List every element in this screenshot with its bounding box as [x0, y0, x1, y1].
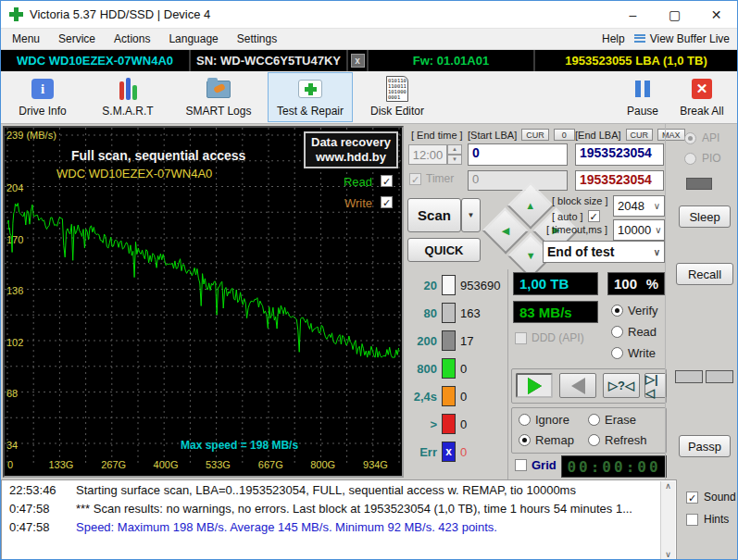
erase-label: Erase	[605, 413, 636, 427]
passp-button[interactable]: Passp	[679, 435, 731, 457]
end-time-spinner[interactable]: 12:00 ▲▼	[408, 144, 462, 165]
menu-item-help[interactable]: Help	[593, 30, 634, 48]
remap-radio[interactable]	[519, 434, 531, 446]
stat-color-block	[442, 330, 456, 351]
hints-checkbox[interactable]	[686, 514, 698, 526]
disk-editor-button[interactable]: 010110 110011 101000 0001 Disk Editor	[360, 72, 434, 122]
scroll-down-icon[interactable]: ∨	[665, 550, 671, 559]
serial-close-button[interactable]: x	[351, 54, 365, 68]
serial-close-wrap: x	[348, 50, 369, 71]
log-time: 0:47:58	[2, 520, 76, 534]
smart-logs-button[interactable]: SMART Logs	[179, 72, 258, 122]
write-checkbox[interactable]: ✓	[381, 196, 393, 208]
drive-info-button[interactable]: i Drive Info	[6, 72, 79, 122]
smart-icon	[119, 78, 137, 100]
ignore-radio[interactable]	[519, 414, 531, 426]
start-lba-input[interactable]: 0	[468, 143, 568, 166]
menu-item-language[interactable]: Language	[159, 30, 227, 48]
verify-label: Verify	[628, 304, 658, 317]
minimize-button[interactable]: –	[612, 1, 654, 29]
mini-button-left[interactable]	[675, 370, 703, 383]
pause-button[interactable]: Pause	[613, 72, 672, 122]
skip-to-defect-button[interactable]: ▷?◁	[603, 373, 640, 398]
back-icon	[571, 378, 585, 394]
maximize-button[interactable]: ▢	[654, 1, 695, 29]
svg-text:102: 102	[6, 337, 23, 348]
sound-checkbox[interactable]: ✓	[686, 492, 698, 504]
start-lba-cur-button[interactable]: CUR	[521, 129, 549, 141]
device-model[interactable]: WDC WD10EZEX-07WN4A0	[1, 50, 191, 71]
stat-count: 953690	[460, 279, 500, 292]
latency-stat-row: 2,4s0	[407, 386, 467, 406]
end-time-label: [ End time ]	[411, 130, 463, 141]
log-rows: 22:53:46Starting surface scan, LBA=0..19…	[2, 480, 676, 536]
log-scrollbar[interactable]: ∧ ∨	[660, 481, 675, 559]
test-repair-button[interactable]: Test & Repair	[268, 72, 353, 122]
scan-button[interactable]: Scan	[407, 198, 461, 232]
sleep-button[interactable]: Sleep	[679, 205, 731, 228]
grid-checkbox[interactable]	[515, 459, 527, 471]
stat-count: 0	[460, 390, 467, 404]
end-of-test-select[interactable]: End of test∨	[543, 241, 665, 263]
write-radio[interactable]	[611, 347, 623, 359]
svg-text:934G: 934G	[363, 459, 388, 470]
scroll-up-icon[interactable]: ∧	[665, 481, 671, 491]
disk-editor-label: Disk Editor	[370, 105, 424, 118]
end-lba-cur-button[interactable]: CUR	[626, 129, 654, 141]
svg-text:68: 68	[6, 388, 18, 399]
read-radio[interactable]	[611, 326, 623, 338]
refresh-radio[interactable]	[588, 434, 600, 446]
quick-button[interactable]: QUICK	[407, 238, 481, 262]
view-buffer-live[interactable]: View Buffer Live	[634, 32, 737, 45]
end-time-spin-arrows[interactable]: ▲▼	[447, 144, 462, 165]
menu-item-menu[interactable]: Menu	[1, 30, 49, 48]
menu-item-settings[interactable]: Settings	[228, 30, 286, 48]
log-row: 0:47:58Speed: Maximum 198 MB/s. Average …	[2, 517, 676, 536]
erase-radio[interactable]	[588, 414, 600, 426]
ddd-api-label: DDD (API)	[532, 331, 584, 344]
stat-threshold-label: 200	[407, 334, 437, 348]
stat-color-block	[442, 386, 456, 406]
menu-item-actions[interactable]: Actions	[105, 30, 159, 48]
svg-text:0: 0	[7, 459, 13, 470]
timer-checkbox[interactable]: ✓	[409, 173, 421, 185]
auto-checkbox[interactable]: ✓	[588, 210, 600, 222]
break-all-button[interactable]: ✕ Break All	[672, 72, 732, 122]
smart-button[interactable]: S.M.A.R.T	[92, 72, 164, 122]
device-capacity: 1953523055 LBA (1,0 TB)	[535, 50, 737, 71]
toolbar: i Drive Info S.M.A.R.T SMART Logs Test &…	[1, 71, 737, 124]
back-button[interactable]	[559, 373, 596, 398]
log-time: 0:47:58	[2, 502, 76, 516]
start-lba-zero-button[interactable]: 0	[554, 129, 575, 141]
verify-radio[interactable]	[611, 305, 623, 317]
log-row: 22:53:46Starting surface scan, LBA=0..19…	[2, 480, 676, 499]
svg-text:267G: 267G	[101, 459, 126, 470]
graph-model-label: WDC WD10EZEX-07WN4A0	[56, 167, 212, 180]
drive-info-label: Drive Info	[19, 105, 66, 118]
scan-speed-graph: 239 (MB/s)20417013610268340133G267G400G5…	[3, 126, 404, 478]
svg-text:239 (MB/s): 239 (MB/s)	[6, 130, 56, 141]
recall-button[interactable]: Recall	[676, 263, 733, 285]
ddd-api-checkbox[interactable]	[515, 332, 527, 344]
end-lba-input[interactable]: 1953523054	[575, 143, 664, 166]
pio-radio[interactable]	[684, 153, 696, 165]
drive-info-icon: i	[31, 79, 54, 99]
block-size-select[interactable]: 2048∨	[613, 195, 665, 217]
api-radio[interactable]	[684, 132, 696, 144]
start-lba-label: [Start LBA]	[468, 130, 517, 141]
menu-item-service[interactable]: Service	[49, 30, 105, 48]
grid-label: Grid	[532, 458, 557, 472]
start-scan-button[interactable]	[516, 373, 553, 398]
read-checkbox[interactable]: ✓	[381, 175, 393, 187]
step-button[interactable]: ▷|◁	[644, 373, 667, 398]
close-button[interactable]: ✕	[695, 1, 737, 29]
pause-label: Pause	[627, 105, 658, 118]
latency-stat-row: 20953690	[407, 275, 500, 295]
block-size-value: 2048	[618, 199, 644, 213]
remap-label: Remap	[535, 433, 574, 447]
scan-dropdown-button[interactable]: ▼	[461, 198, 481, 232]
window-title: Victoria 5.37 HDD/SSD | Device 4	[30, 7, 210, 21]
timeout-select[interactable]: 10000∨	[613, 219, 665, 241]
right-sidebar: API PIO Sleep Recall Passp	[665, 124, 738, 479]
mini-button-right[interactable]	[706, 370, 733, 383]
